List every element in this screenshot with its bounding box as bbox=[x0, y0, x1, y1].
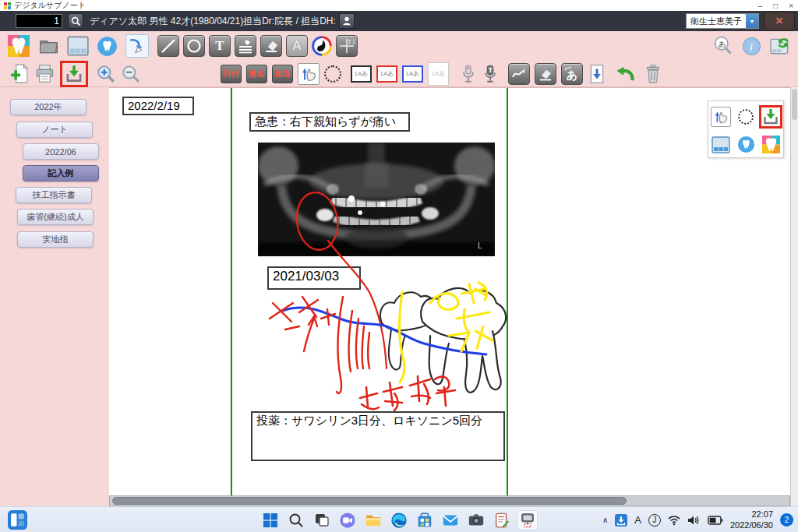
freehand-pen-button[interactable] bbox=[508, 63, 530, 85]
voice-record-button[interactable] bbox=[460, 64, 477, 84]
hand-select-tool-button[interactable] bbox=[298, 63, 320, 85]
speaker-icon[interactable] bbox=[687, 515, 701, 526]
staff-person-button[interactable] bbox=[339, 13, 355, 29]
file-explorer-icon bbox=[365, 512, 382, 529]
undo-button[interactable] bbox=[614, 64, 636, 84]
task-view-button[interactable] bbox=[312, 510, 332, 530]
minimize-button[interactable]: – bbox=[758, 2, 763, 10]
line-tool-button[interactable] bbox=[157, 35, 179, 57]
horizontal-scrollbar[interactable] bbox=[109, 495, 790, 506]
text-size-disabled-button[interactable]: 1Aあ bbox=[428, 62, 449, 86]
sidebar-item-example[interactable]: 記入例 bbox=[23, 165, 99, 181]
edge-icon bbox=[390, 512, 408, 529]
mail-button[interactable] bbox=[440, 510, 461, 530]
info-button[interactable]: i bbox=[742, 37, 761, 56]
tray-chevron-icon[interactable]: ∧ bbox=[602, 516, 608, 524]
zoom-out-button[interactable] bbox=[121, 64, 141, 84]
lasso-select-icon[interactable] bbox=[324, 65, 341, 83]
pen-select-tool-button[interactable] bbox=[125, 34, 149, 58]
capture-app-icon bbox=[519, 512, 536, 529]
sidebar-item-note[interactable]: ノート bbox=[16, 122, 93, 138]
new-page-button[interactable] bbox=[9, 63, 30, 84]
text-size-blue-button[interactable]: 1Aあ bbox=[402, 65, 423, 83]
zoom-in-button[interactable] bbox=[96, 64, 116, 84]
date-box-2[interactable]: 2021/03/03 bbox=[267, 266, 361, 290]
text-search-button[interactable]: あ bbox=[713, 36, 733, 56]
circle-tool-button[interactable] bbox=[183, 35, 205, 57]
vertical-scrollbar-thumb[interactable] bbox=[792, 89, 797, 120]
taskbar-clock[interactable]: 22:07 2022/06/30 bbox=[730, 509, 773, 531]
palette-hand-tool-button[interactable] bbox=[711, 107, 731, 127]
text-size-red-button[interactable]: 1Aあ bbox=[376, 65, 397, 83]
stamp-patient-button[interactable]: 患名 bbox=[246, 65, 267, 83]
close-button[interactable]: × bbox=[789, 2, 793, 10]
color-picker-button[interactable] bbox=[312, 36, 332, 56]
save-note-highlight bbox=[60, 61, 88, 87]
tooth-chart-button[interactable] bbox=[97, 36, 118, 57]
sidebar-item-lab-order[interactable]: 技工指示書 bbox=[16, 187, 92, 203]
delete-button[interactable] bbox=[644, 64, 662, 84]
kana-convert-button[interactable]: あ bbox=[561, 63, 583, 85]
eraser-tool-button[interactable] bbox=[260, 35, 282, 57]
font-tool-button[interactable]: A bbox=[286, 35, 308, 57]
tray-app-icon[interactable] bbox=[615, 514, 627, 527]
edge-browser-button[interactable] bbox=[389, 510, 409, 530]
wifi-icon[interactable] bbox=[668, 515, 680, 526]
patient-number-input[interactable] bbox=[16, 14, 62, 28]
date-box-1[interactable]: 2022/2/19 bbox=[122, 97, 194, 115]
patient-info-text: ディアソ太郎 男性 42才(1980/04/21)担当Dr:院長 / 担当DH: bbox=[90, 15, 336, 28]
store-button[interactable] bbox=[415, 510, 435, 530]
maximize-button[interactable]: □ bbox=[773, 2, 778, 10]
save-note-button[interactable] bbox=[62, 63, 86, 85]
vertical-scrollbar[interactable] bbox=[790, 87, 798, 506]
stamp-staff-button[interactable]: 担当 bbox=[272, 65, 293, 83]
camera-button[interactable] bbox=[466, 510, 486, 530]
window-refresh-button[interactable] bbox=[770, 36, 792, 56]
palette-layout-button[interactable] bbox=[711, 136, 731, 153]
chevron-down-icon[interactable]: ▼ bbox=[746, 14, 758, 28]
battery-icon[interactable] bbox=[708, 516, 723, 525]
note-app-button[interactable] bbox=[492, 510, 512, 530]
open-folder-button[interactable] bbox=[38, 37, 59, 55]
text-tool-button[interactable]: T bbox=[209, 35, 231, 57]
ime-mode-indicator[interactable]: J bbox=[648, 514, 661, 527]
start-button[interactable] bbox=[260, 510, 281, 530]
taskbar-search-button[interactable] bbox=[286, 510, 306, 530]
stroke-eraser-button[interactable] bbox=[535, 63, 556, 85]
palette-tooth-button[interactable] bbox=[737, 136, 755, 153]
highlighter-tool-button[interactable] bbox=[235, 35, 256, 57]
print-button[interactable] bbox=[34, 64, 55, 84]
chat-button[interactable] bbox=[337, 510, 358, 530]
text-size-black-button[interactable]: 1Aあ bbox=[351, 65, 372, 83]
palette-save-button[interactable] bbox=[761, 107, 780, 126]
complaint-box[interactable]: 急患：右下親知らずが痛い bbox=[249, 112, 410, 132]
note-canvas[interactable]: 2022/2/19 急患：右下親知らずが痛い L 2021/03/03 投薬：サ… bbox=[109, 87, 790, 506]
patient-search-button[interactable] bbox=[68, 13, 83, 29]
sidebar-item-2022[interactable]: 2022年 bbox=[10, 99, 87, 115]
store-icon bbox=[416, 512, 433, 529]
palette-lasso-icon[interactable] bbox=[738, 109, 754, 125]
stamp-date-button[interactable]: 日付 bbox=[221, 65, 242, 83]
save-download-icon bbox=[761, 107, 780, 126]
active-app-button[interactable] bbox=[517, 510, 538, 530]
ime-letter-indicator[interactable]: A bbox=[634, 514, 641, 526]
app-close-button[interactable]: × bbox=[764, 12, 795, 30]
palette-logo-button[interactable] bbox=[762, 136, 780, 153]
page-import-button[interactable] bbox=[589, 64, 605, 84]
staff-select-value: 衛生士恵美子 bbox=[687, 16, 746, 27]
medication-box[interactable]: 投薬：サワシリン3日分、ロキソニン5回分 bbox=[251, 411, 505, 461]
sidebar-item-perio-adult[interactable]: 歯管(継続)成人 bbox=[17, 209, 94, 225]
app-logo-button[interactable] bbox=[8, 35, 30, 57]
panoramic-xray-image[interactable]: L bbox=[258, 143, 495, 256]
page-split-button[interactable]: 1 2 bbox=[336, 35, 358, 57]
clock-time: 22:07 bbox=[730, 509, 773, 520]
horizontal-scrollbar-thumb[interactable] bbox=[112, 497, 627, 505]
file-explorer-button[interactable] bbox=[363, 510, 383, 530]
notification-badge[interactable]: 2 bbox=[780, 513, 793, 527]
tooth-circle-icon bbox=[97, 36, 118, 57]
sidebar-item-practice[interactable]: 実地指 bbox=[17, 231, 94, 248]
sidebar-item-202206[interactable]: 2022/06 bbox=[23, 143, 99, 160]
staff-select[interactable]: 衛生士恵美子 ▼ bbox=[686, 13, 759, 29]
voice-to-text-button[interactable]: T bbox=[482, 64, 499, 84]
layout-window-button[interactable] bbox=[67, 36, 89, 56]
